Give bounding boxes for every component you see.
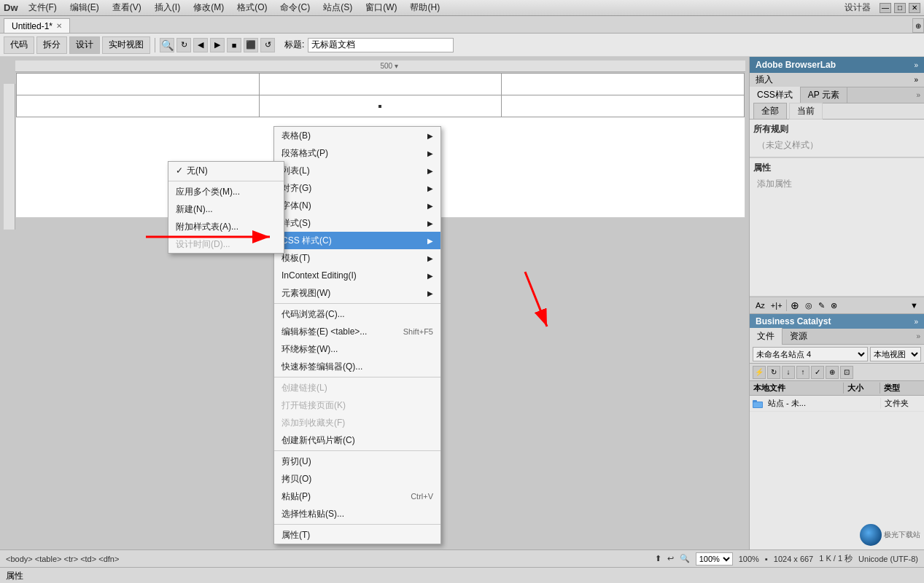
- arrow-icon: ▶: [427, 167, 433, 175]
- table-cell: [17, 95, 260, 117]
- menu-align[interactable]: 对齐(G) ▶: [274, 179, 440, 197]
- sync-icon[interactable]: ⊡: [840, 366, 853, 379]
- nav-back-icon[interactable]: ◀: [193, 38, 208, 52]
- menu-cut[interactable]: 剪切(U): [274, 453, 440, 470]
- menu-window[interactable]: 窗口(W): [360, 0, 403, 15]
- menu-copy[interactable]: 拷贝(O): [274, 470, 440, 488]
- arrow-icon: ▶: [427, 237, 433, 245]
- encoding: Unicode (UTF-8): [858, 555, 918, 563]
- files-panel-collapse[interactable]: »: [912, 332, 924, 340]
- menu-open-linked-page: 打开链接页面(K): [274, 396, 440, 414]
- minimize-button[interactable]: —: [880, 3, 891, 13]
- menu-table[interactable]: 表格(B) ▶: [274, 127, 440, 144]
- separator: [274, 377, 440, 377]
- screenshot-icon[interactable]: ⬛: [244, 38, 258, 52]
- properties-bar-label: 属性: [6, 570, 23, 582]
- zoom-select[interactable]: 100%: [696, 552, 733, 566]
- separator: [274, 303, 440, 304]
- all-tab[interactable]: 全部: [753, 103, 787, 120]
- inspect-icon[interactable]: 🔍: [160, 38, 174, 52]
- status-bar: <body> <table> <tr> <td> <dfn> ⬆ ↩ 🔍 100…: [0, 549, 924, 567]
- browser-lab-title: Adobe BrowserLab: [756, 60, 836, 70]
- split-view-btn[interactable]: 拆分: [36, 36, 67, 54]
- menu-font[interactable]: 字体(N) ▶: [274, 197, 440, 214]
- menu-create-snippet[interactable]: 创建新代码片断(C): [274, 431, 440, 449]
- code-view-btn[interactable]: 代码: [4, 36, 34, 54]
- menu-insert[interactable]: 插入(I): [149, 0, 186, 15]
- submenu-none[interactable]: ✓ 无(N): [168, 162, 284, 179]
- current-tab[interactable]: 当前: [789, 103, 823, 120]
- refresh-icon[interactable]: ↻: [176, 38, 191, 52]
- menu-format[interactable]: 格式(O): [231, 0, 273, 15]
- put-icon[interactable]: ↑: [796, 366, 810, 379]
- submenu-apply-multiple[interactable]: 应用多个类(M)...: [168, 183, 284, 200]
- menu-incontext-editing[interactable]: InContext Editing(I) ▶: [274, 267, 440, 284]
- files-tab[interactable]: 文件: [750, 328, 783, 345]
- submenu-attach-stylesheet[interactable]: 附加样式表(A)...: [168, 218, 284, 235]
- right-panel: Adobe BrowserLab » 插入 » CSS样式 AP 元素 » 全部…: [749, 57, 924, 549]
- connect-icon[interactable]: ⚡: [753, 366, 766, 379]
- menu-paragraph-format[interactable]: 段落格式(P) ▶: [274, 144, 440, 162]
- menu-quick-tag[interactable]: 快速标签编辑器(Q)...: [274, 358, 440, 375]
- menu-paste[interactable]: 粘贴(P) Ctrl+V: [274, 488, 440, 505]
- resources-tab[interactable]: 资源: [783, 328, 815, 345]
- css-style-tab[interactable]: CSS样式: [750, 87, 801, 103]
- menu-edit-tag[interactable]: 编辑标签(E) <table>... Shift+F5: [274, 323, 440, 340]
- menu-element-view[interactable]: 元素视图(W) ▶: [274, 284, 440, 302]
- css-ap-collapse[interactable]: »: [912, 91, 924, 99]
- col-local-files: 本地文件: [750, 383, 844, 394]
- stop-icon[interactable]: ■: [227, 38, 241, 52]
- properties-section: 属性 添加属性: [750, 158, 924, 297]
- menu-site[interactable]: 站点(S): [317, 0, 358, 15]
- bc-collapse[interactable]: »: [914, 318, 918, 326]
- add-property-item[interactable]: 添加属性: [753, 176, 920, 192]
- document-tab[interactable]: Untitled-1* ✕: [4, 18, 70, 33]
- live-view-btn[interactable]: 实时视图: [102, 36, 150, 54]
- menu-properties[interactable]: 属性(T): [274, 526, 440, 544]
- menu-list[interactable]: 列表(L) ▶: [274, 162, 440, 179]
- insert-collapse[interactable]: »: [914, 76, 918, 84]
- title-bar-menu: 文件(F) 编辑(E) 查看(V) 插入(I) 修改(M) 格式(O) 命令(C…: [23, 0, 446, 15]
- submenu-new[interactable]: 新建(N)...: [168, 200, 284, 218]
- az-sort-icon[interactable]: Az: [753, 301, 767, 310]
- files-tabbar: 文件 资源 »: [750, 329, 924, 345]
- more-icon[interactable]: ▼: [908, 301, 920, 310]
- refresh-files-icon[interactable]: ↻: [767, 366, 780, 379]
- close-button[interactable]: ✕: [909, 3, 920, 13]
- file-row[interactable]: 站点 - 未... 文件夹: [750, 396, 924, 412]
- nav-fwd-icon[interactable]: ▶: [210, 38, 225, 52]
- menu-css-style[interactable]: CSS 样式(C) ▶: [274, 232, 440, 249]
- ap-elements-tab[interactable]: AP 元素: [801, 87, 847, 103]
- refresh2-icon[interactable]: ↺: [260, 38, 275, 52]
- edit-css-icon[interactable]: ✎: [816, 301, 827, 310]
- check-out-icon[interactable]: ✓: [811, 366, 824, 379]
- menu-style[interactable]: 样式(S) ▶: [274, 214, 440, 232]
- tab-options-icon[interactable]: ⊕: [912, 18, 924, 33]
- site-select[interactable]: 未命名名站点 4: [753, 347, 868, 361]
- new-css-icon[interactable]: ⊕: [788, 300, 801, 311]
- menu-wrap-tag[interactable]: 环绕标签(W)...: [274, 340, 440, 358]
- tab-close-icon[interactable]: ✕: [56, 22, 62, 30]
- design-view-btn[interactable]: 设计: [69, 36, 100, 54]
- maximize-button[interactable]: □: [894, 3, 906, 13]
- browser-lab-collapse[interactable]: »: [914, 61, 918, 69]
- menu-file[interactable]: 文件(F): [23, 0, 63, 15]
- properties-bar: 属性: [0, 567, 924, 583]
- check-in-icon[interactable]: ⊕: [826, 366, 839, 379]
- menu-modify[interactable]: 修改(M): [187, 0, 230, 15]
- menu-help[interactable]: 帮助(H): [404, 0, 446, 15]
- menu-template[interactable]: 模板(T) ▶: [274, 249, 440, 267]
- menu-code-browser[interactable]: 代码浏览器(C)...: [274, 305, 440, 323]
- menu-edit[interactable]: 编辑(E): [64, 0, 105, 15]
- get-icon[interactable]: ↓: [782, 366, 795, 379]
- menu-view[interactable]: 查看(V): [106, 0, 147, 15]
- css-ap-tabbar: CSS样式 AP 元素 »: [750, 87, 924, 103]
- menu-selective-paste[interactable]: 选择性粘贴(S)...: [274, 505, 440, 523]
- attach-icon[interactable]: ◎: [803, 301, 815, 310]
- delete-css-icon[interactable]: ⊗: [828, 301, 839, 310]
- submenu-design-time: 设计时间(D)...: [168, 235, 284, 253]
- menu-command[interactable]: 命令(C): [274, 0, 316, 15]
- category-icon[interactable]: +|+: [769, 301, 785, 310]
- title-input[interactable]: [308, 38, 454, 52]
- view-select[interactable]: 本地视图: [870, 347, 921, 361]
